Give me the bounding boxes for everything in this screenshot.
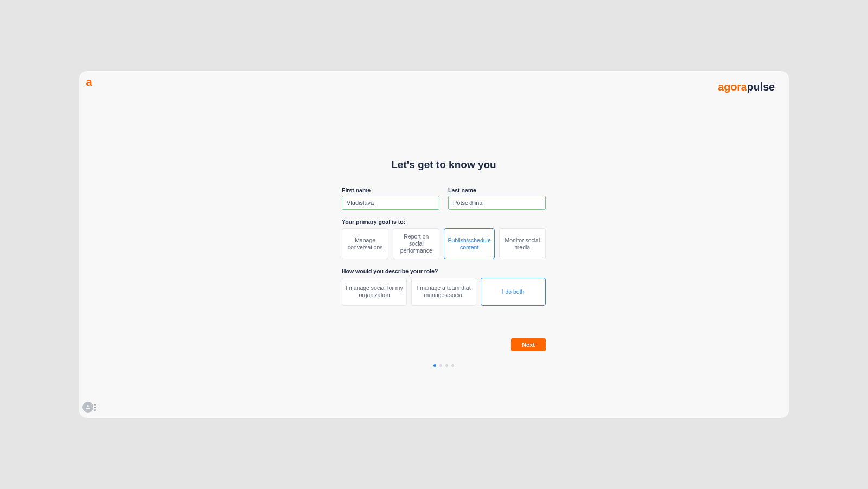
goal-options: Manage conversations Report on social pe… xyxy=(342,228,546,259)
first-name-input[interactable] xyxy=(342,196,439,210)
page-title: Let's get to know you xyxy=(391,159,496,171)
onboarding-content: Let's get to know you First name Last na… xyxy=(99,71,789,418)
goal-option-report-performance[interactable]: Report on social performance xyxy=(393,228,439,259)
first-name-field-group: First name xyxy=(342,187,439,210)
role-option-both[interactable]: I do both xyxy=(481,278,546,306)
app-window: a agorapulse Let's get to know you First… xyxy=(79,71,789,418)
name-row: First name Last name xyxy=(342,187,546,210)
role-section-label: How would you describe your role? xyxy=(342,268,546,274)
last-name-field-group: Last name xyxy=(448,187,546,210)
goal-section-label: Your primary goal is to: xyxy=(342,218,546,225)
step-indicator xyxy=(433,364,454,367)
step-dot-4 xyxy=(451,364,454,367)
step-dot-3 xyxy=(445,364,448,367)
next-button-row: Next xyxy=(342,338,546,351)
first-name-label: First name xyxy=(342,187,439,194)
step-dot-2 xyxy=(439,364,442,367)
goal-option-manage-conversations[interactable]: Manage conversations xyxy=(342,228,388,259)
left-rail: a xyxy=(79,71,99,418)
step-dot-1 xyxy=(433,364,436,367)
brand-mark-icon: a xyxy=(85,78,93,86)
rail-bottom-cluster xyxy=(82,402,96,413)
role-options: I manage social for my organization I ma… xyxy=(342,278,546,306)
avatar-icon[interactable] xyxy=(82,402,93,413)
onboarding-form: First name Last name Your primary goal i… xyxy=(342,187,546,306)
role-option-manage-team[interactable]: I manage a team that manages social xyxy=(411,278,476,306)
goal-option-publish-schedule[interactable]: Publish/schedule content xyxy=(444,228,494,259)
last-name-label: Last name xyxy=(448,187,546,194)
last-name-input[interactable] xyxy=(448,196,546,210)
goal-option-monitor[interactable]: Monitor social media xyxy=(499,228,546,259)
kebab-menu-icon[interactable] xyxy=(94,404,96,411)
role-option-manage-org[interactable]: I manage social for my organization xyxy=(342,278,407,306)
next-button[interactable]: Next xyxy=(511,338,546,351)
